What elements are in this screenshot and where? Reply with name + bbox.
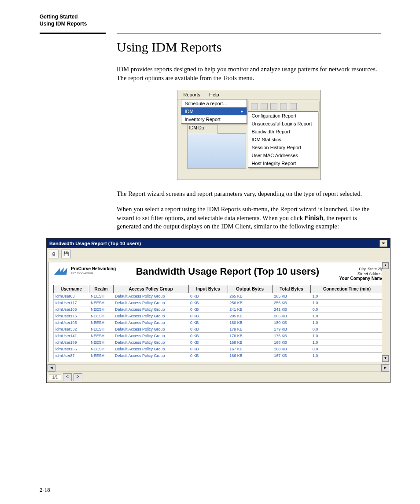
toolbar-icon[interactable] (280, 103, 287, 110)
table-cell: idmUser165 (54, 346, 89, 353)
page-number: 2-18 (40, 486, 50, 493)
table-cell: NEESH (89, 306, 113, 313)
submenu-item[interactable]: Bandwidth Report (248, 128, 318, 136)
table-row: idmUser63NEESHDefault Access Policy Grou… (54, 293, 383, 300)
submenu-item[interactable]: Host Integrity Report (248, 159, 318, 167)
table-cell: idmUser116 (54, 313, 89, 320)
table-cell: 168 KB (272, 346, 310, 353)
table-cell: NEESH (89, 333, 113, 339)
scroll-left-icon[interactable]: ◄ (48, 364, 55, 372)
table-cell: 179 KB (228, 326, 272, 333)
report-title: Bandwidth Usage Report (Top 10 users) (116, 266, 339, 277)
background-panel (187, 133, 246, 169)
table-cell: idmUser117 (54, 300, 89, 306)
close-icon[interactable]: × (379, 240, 387, 247)
save-icon[interactable]: 💾 (61, 250, 71, 258)
table-cell: idmUser87 (54, 353, 89, 359)
toolbar-icon[interactable] (251, 103, 258, 110)
submenu-item[interactable]: IDM Statistics (248, 136, 318, 143)
table-row: idmUser117NEESHDefault Access Policy Gro… (54, 300, 383, 306)
table-cell: 0 KB (188, 353, 228, 359)
table-cell: 241 KB (272, 306, 310, 313)
table-row: idmUser189NEESHDefault Access Policy Gro… (54, 339, 383, 346)
table-cell: 241 KB (228, 306, 272, 313)
page-next-icon[interactable]: > (74, 373, 82, 381)
horizontal-scrollbar[interactable]: ◄ ► (47, 364, 390, 372)
table-cell: idmUser141 (54, 333, 89, 339)
table-cell: 1.0 (311, 353, 383, 359)
table-cell: 176 KB (272, 333, 310, 339)
table-cell: idmUser106 (54, 306, 89, 313)
table-header: Connection Time (min) (311, 285, 383, 293)
table-cell: 0 KB (188, 300, 228, 306)
table-row: idmUser106NEESHDefault Access Policy Gro… (54, 306, 383, 313)
menu-screenshot: Reports Help Schedule a report... IDM In… (177, 90, 321, 180)
toolbar-icon[interactable] (270, 103, 277, 110)
rule-heavy (40, 33, 106, 34)
table-cell: 176 KB (228, 333, 272, 339)
table-cell: 168 KB (228, 339, 272, 346)
idm-submenu: Configuration Report Unsuccessful Logins… (248, 111, 318, 168)
table-cell: Default Access Policy Group (113, 339, 188, 346)
table-cell: NEESH (89, 300, 113, 306)
page-indicator: 1/1 (49, 375, 61, 380)
menu-item-idm[interactable]: IDM (181, 107, 247, 115)
table-cell: Default Access Policy Group (113, 300, 188, 306)
submenu-item[interactable]: Unsuccessful Logins Report (248, 120, 318, 128)
brand-name: ProCurve Networking (71, 266, 116, 271)
scroll-down-icon[interactable]: ▼ (382, 355, 389, 362)
table-cell: 256 KB (228, 300, 272, 306)
table-cell: 1.0 (311, 339, 383, 346)
background-tab: IDM Da (187, 125, 218, 134)
toolbar-icon[interactable] (261, 103, 268, 110)
toolbar-icon[interactable] (290, 103, 297, 110)
reports-dropdown: Schedule a report... IDM Inventory Repor… (181, 99, 247, 124)
menu-item-schedule[interactable]: Schedule a report... (181, 99, 247, 107)
table-cell: idmUser189 (54, 339, 89, 346)
table-header: Username (54, 285, 89, 293)
table-cell: 0.0 (311, 306, 383, 313)
table-cell: Default Access Policy Group (113, 306, 188, 313)
table-cell: idmUser332 (54, 326, 89, 333)
vertical-scrollbar[interactable]: ▲ ▼ (382, 262, 389, 362)
window-title: Bandwidth Usage Report (Top 10 users) (49, 241, 141, 246)
paragraph-2: The Report wizard screens and report par… (117, 190, 381, 199)
table-cell: 0 KB (188, 333, 228, 339)
scroll-up-icon[interactable]: ▲ (382, 262, 389, 269)
print-icon[interactable]: ⎙ (49, 250, 59, 258)
menu-item-inventory[interactable]: Inventory Report (181, 115, 247, 123)
table-cell: NEESH (89, 346, 113, 353)
table-cell: 0 KB (188, 293, 228, 300)
table-cell: 166 KB (228, 353, 272, 359)
table-cell: Default Access Policy Group (113, 326, 188, 333)
breadcrumb-line2: Using IDM Reports (40, 20, 389, 27)
table-cell: 0.0 (311, 326, 383, 333)
window-titlebar: Bandwidth Usage Report (Top 10 users) × (47, 239, 390, 248)
table-row: idmUser116NEESHDefault Access Policy Gro… (54, 313, 383, 320)
table-cell: NEESH (89, 293, 113, 300)
rule-thin (117, 33, 381, 33)
submenu-item[interactable]: User MAC Addresses (248, 151, 318, 159)
brand-logo: ProCurve Networking HP Innovation (53, 266, 116, 276)
table-cell: NEESH (89, 353, 113, 359)
table-header: Access Policy Group (113, 285, 188, 293)
menu-help[interactable]: Help (205, 91, 224, 98)
table-row: idmUser141NEESHDefault Access Policy Gro… (54, 333, 383, 339)
table-cell: 1.0 (311, 300, 383, 306)
table-cell: 256 KB (272, 300, 310, 306)
table-row: idmUser332NEESHDefault Access Policy Gro… (54, 326, 383, 333)
page-prev-icon[interactable]: < (63, 373, 72, 381)
table-cell: 0 KB (188, 346, 228, 353)
table-header: Total Bytes (272, 285, 310, 293)
table-cell: 265 KB (228, 293, 272, 300)
finish-bold: Finish (305, 214, 324, 221)
table-cell: 205 KB (272, 313, 310, 320)
table-cell: idmUser105 (54, 320, 89, 326)
report-body: ▲ ▼ ProCurve Networking HP Innovation (48, 262, 388, 363)
scroll-right-icon[interactable]: ► (381, 364, 389, 372)
breadcrumb: Getting Started Using IDM Reports (40, 13, 389, 27)
table-cell: Default Access Policy Group (113, 293, 188, 300)
menu-reports[interactable]: Reports (179, 91, 205, 98)
submenu-item[interactable]: Configuration Report (248, 112, 318, 120)
submenu-item[interactable]: Session History Report (248, 143, 318, 151)
